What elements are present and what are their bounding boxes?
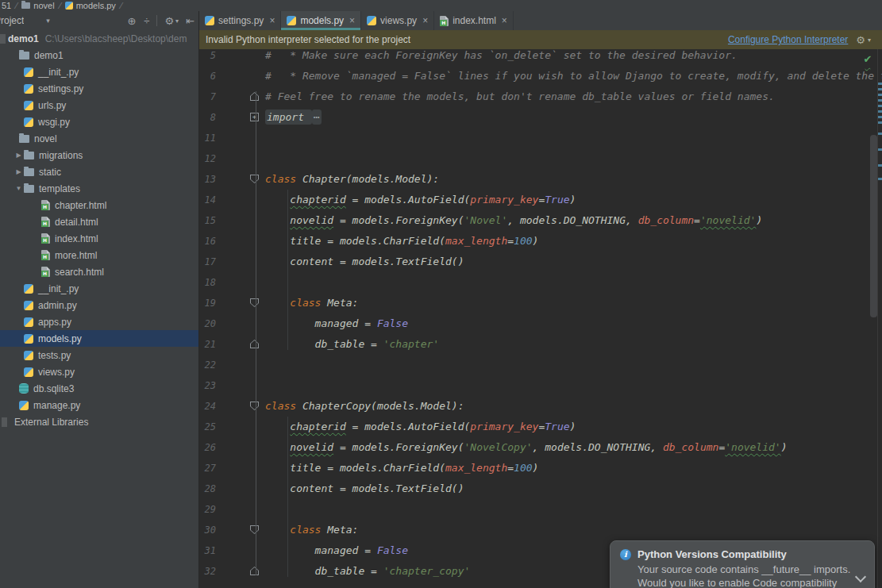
warning-stripe-mark[interactable] — [878, 110, 882, 113]
fold-start-icon[interactable] — [250, 175, 259, 183]
warning-stripe-mark[interactable] — [878, 121, 882, 124]
warning-stripe-mark[interactable] — [878, 164, 882, 167]
tree-item-db-sqlite3[interactable]: db.sqlite3 — [0, 380, 198, 397]
tree-item-external-libraries[interactable]: External Libraries — [0, 413, 198, 430]
line-number[interactable]: 23 — [199, 375, 216, 396]
tree-item-root[interactable]: demo1C:\Users\blacsheep\Desktop\dem — [0, 30, 198, 47]
line-number[interactable]: 13 — [199, 169, 216, 190]
line-number[interactable]: 31 — [199, 540, 216, 561]
fold-end-icon[interactable] — [250, 92, 259, 101]
close-icon[interactable]: × — [422, 15, 428, 26]
line-number[interactable]: 7 — [199, 86, 216, 107]
chevron-down-icon[interactable]: ▾ — [175, 17, 179, 25]
tree-item-admin-py[interactable]: admin.py — [0, 297, 198, 313]
line-number[interactable]: 18 — [199, 272, 216, 293]
tree-item-views-py[interactable]: views.py — [0, 363, 198, 380]
fold-start-icon[interactable] — [250, 525, 259, 534]
chevron-down-icon[interactable]: ▾ — [868, 37, 871, 44]
line-number[interactable]: 25 — [199, 417, 216, 437]
chevron-down-icon[interactable]: ▾ — [46, 17, 50, 25]
scrollbar-thumb[interactable] — [870, 135, 877, 317]
tree-item-novel[interactable]: novel — [0, 130, 198, 147]
line-number[interactable]: 12 — [199, 148, 216, 169]
line-number[interactable]: 30 — [199, 520, 216, 540]
fold-start-icon[interactable] — [250, 402, 259, 410]
line-number[interactable]: 19 — [199, 293, 216, 313]
tab-views-py[interactable]: views.py× — [361, 11, 434, 30]
tree-item-demo1[interactable]: demo1 — [0, 47, 198, 63]
code-editor[interactable]: 5# * Make sure each ForeignKey has `on_d… — [199, 49, 882, 588]
warning-stripe-mark[interactable] — [878, 99, 882, 102]
line-number[interactable]: 22 — [199, 355, 216, 375]
breadcrumb-fragment[interactable]: 51 — [2, 1, 11, 10]
tree-item-more-html[interactable]: Hmore.html — [0, 247, 198, 263]
collapse-all-icon[interactable]: ÷ — [144, 15, 149, 27]
line-number[interactable]: 26 — [199, 437, 216, 458]
breadcrumb-item[interactable]: novel — [33, 1, 54, 10]
tree-item-search-html[interactable]: Hsearch.html — [0, 263, 198, 280]
tree-item-apps-py[interactable]: apps.py — [0, 313, 198, 330]
line-number[interactable]: 24 — [199, 396, 216, 417]
line-number[interactable]: 8 — [199, 107, 216, 128]
close-icon[interactable]: × — [269, 15, 275, 26]
line-number[interactable]: 32 — [199, 561, 216, 582]
tree-item-migrations[interactable]: ▶migrations — [0, 147, 198, 163]
project-panel-title[interactable]: Project — [0, 15, 24, 26]
fold-collapsed-icon[interactable]: + — [250, 113, 259, 121]
line-number[interactable]: 20 — [199, 313, 216, 334]
tab-index-html[interactable]: Hindex.html× — [434, 11, 514, 30]
warning-stripe-mark[interactable] — [878, 83, 882, 85]
tree-item-index-html[interactable]: Hindex.html — [0, 230, 198, 247]
line-number[interactable]: 14 — [199, 190, 216, 210]
tree-item-models-py[interactable]: models.py — [0, 330, 198, 347]
notification-popup[interactable]: i Python Versions Compatibility Your sou… — [610, 540, 875, 588]
line-number[interactable]: 21 — [199, 334, 216, 355]
settings-gear-icon[interactable]: ⚙ — [164, 15, 174, 27]
fold-end-icon[interactable] — [250, 567, 259, 575]
line-number[interactable]: 27 — [199, 458, 216, 478]
line-number[interactable]: 11 — [199, 128, 216, 148]
tree-item-chapter-html[interactable]: Hchapter.html — [0, 197, 198, 213]
locate-icon[interactable]: ⊕ — [127, 15, 136, 27]
line-number[interactable]: 16 — [199, 231, 216, 252]
warning-stripe-mark[interactable] — [878, 105, 882, 107]
warning-stripe-mark[interactable] — [878, 178, 882, 180]
tree-item-label: more.html — [55, 250, 97, 261]
line-number[interactable]: 15 — [199, 210, 216, 231]
tree-item-tests-py[interactable]: tests.py — [0, 347, 198, 363]
line-number[interactable]: 5 — [199, 49, 216, 66]
hide-panel-icon[interactable]: ⇤ — [186, 15, 195, 27]
tree-item--init-py[interactable]: __init_.py — [0, 280, 198, 297]
tree-item-detail-html[interactable]: Hdetail.html — [0, 213, 198, 230]
line-number[interactable]: 17 — [199, 252, 216, 272]
tree-item-manage-py[interactable]: manage.py — [0, 397, 198, 413]
tree-item-wsgi-py[interactable]: wsgi.py — [0, 113, 198, 130]
tree-item--init-py[interactable]: __init_.py — [0, 63, 198, 80]
close-icon[interactable]: × — [502, 15, 507, 26]
line-number[interactable]: 28 — [199, 478, 216, 499]
warning-stripe-mark[interactable] — [878, 133, 882, 135]
fold-end-icon[interactable] — [250, 340, 259, 348]
error-stripe[interactable] — [877, 49, 882, 588]
warning-stripe-mark[interactable] — [878, 88, 882, 90]
configure-interpreter-link[interactable]: Configure Python Interpreter — [728, 34, 848, 45]
tab-settings-py[interactable]: settings.py× — [199, 11, 281, 30]
tree-item-templates[interactable]: ▼templates — [0, 180, 198, 197]
editor-scrollbar[interactable] — [870, 49, 877, 588]
chevron-collapsed-icon[interactable]: ▶ — [13, 168, 24, 175]
tree-item-settings-py[interactable]: settings.py — [0, 80, 198, 97]
tree-item-static[interactable]: ▶static — [0, 163, 198, 180]
tree-item-urls-py[interactable]: urls.py — [0, 97, 198, 113]
fold-start-icon[interactable] — [250, 298, 259, 307]
warning-stripe-mark[interactable] — [878, 94, 882, 96]
warning-stripe-mark[interactable] — [878, 116, 882, 118]
warning-stripe-mark[interactable] — [878, 148, 882, 151]
chevron-expanded-icon[interactable]: ▼ — [13, 185, 24, 192]
chevron-collapsed-icon[interactable]: ▶ — [13, 152, 24, 159]
settings-gear-icon[interactable]: ⚙ — [856, 34, 865, 46]
line-number[interactable]: 6 — [199, 66, 216, 86]
breadcrumb-item[interactable]: models.py — [76, 1, 116, 10]
line-number[interactable]: 29 — [199, 499, 216, 520]
tab-models-py[interactable]: models.py× — [281, 11, 361, 30]
close-icon[interactable]: × — [349, 15, 355, 26]
